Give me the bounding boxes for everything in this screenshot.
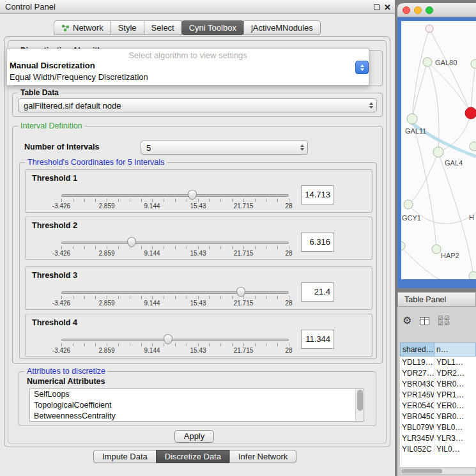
table-data-combobox[interactable]: galFiltered.sif default node (18, 98, 377, 112)
table-row[interactable]: YBR045CYBR0… (400, 411, 476, 422)
zoom-traffic-light[interactable] (426, 6, 433, 14)
network-node[interactable] (404, 200, 413, 209)
table-panel-titlebar: Table Panel (397, 292, 476, 307)
selected-red-node[interactable] (465, 107, 476, 119)
network-window-titlebar (397, 3, 476, 17)
cell[interactable]: YIL0… (434, 443, 476, 454)
network-node[interactable] (401, 242, 405, 250)
tick-label: 9.144 (144, 300, 160, 307)
threshold-4-panel: Threshold 4 -3.426 2.859 9.144 15.43 21.… (25, 314, 372, 357)
column-selector-icon[interactable] (420, 317, 429, 325)
cell[interactable]: YDR27… (400, 367, 434, 378)
algorithm-combobox-button[interactable] (355, 61, 369, 74)
cell[interactable]: YBR0… (434, 378, 476, 389)
cell[interactable]: YBL079W (400, 422, 434, 433)
network-node[interactable] (426, 25, 433, 33)
threshold-3-panel: Threshold 3 -3.426 2.859 9.144 15.43 21.… (25, 266, 372, 310)
list-item[interactable]: TopologicalCoefficient (30, 400, 364, 411)
tab-discretize-data[interactable]: Discretize Data (156, 450, 230, 463)
table-row[interactable]: YER054CYER0… (400, 400, 476, 411)
node-label: GAL11 (405, 127, 426, 135)
network-node[interactable] (469, 272, 476, 279)
attributes-group: Attributes to discretize Numerical Attri… (19, 371, 376, 426)
column-header-shared[interactable]: shared… (400, 342, 434, 357)
table-data-group: Table Data galFiltered.sif default node (12, 93, 383, 117)
threshold-1-panel: Threshold 1 -3.426 2.859 9.144 15.43 21.… (25, 169, 372, 213)
table-row[interactable]: YPR145WYPR1… (400, 389, 476, 400)
threshold-2-value-field[interactable]: 6.316 (301, 233, 334, 252)
minimize-traffic-light[interactable] (414, 6, 422, 14)
cell[interactable]: YPR1… (434, 389, 476, 400)
show-columns-icon[interactable]: ☑☑☑☑ (438, 316, 450, 326)
network-canvas[interactable]: GAL80 GAL11 GAL4 GCY1 HAP2 H (401, 21, 476, 279)
network-node[interactable] (407, 114, 417, 124)
cell[interactable]: YDL19… (400, 357, 434, 367)
list-item[interactable]: SelfLoops (30, 389, 364, 400)
cell[interactable]: YLR3… (434, 433, 476, 443)
cell[interactable]: YIL052C (400, 443, 434, 454)
slider-track[interactable] (61, 242, 289, 244)
threshold-3-value-field[interactable]: 21.4 (301, 282, 334, 302)
cell[interactable]: YLR345W (400, 433, 434, 443)
tab-style[interactable]: Style (111, 20, 144, 35)
gear-icon[interactable]: ⚙ (403, 316, 411, 326)
tab-select[interactable]: Select (144, 20, 182, 35)
tab-network[interactable]: Network (54, 20, 111, 35)
combo-arrows-icon (369, 99, 373, 112)
interval-definition-group: Interval Definition Number of Intervals … (12, 126, 383, 364)
scrollbar-thumb[interactable] (401, 469, 442, 473)
scrollbar-thumb[interactable] (357, 390, 363, 411)
tick-label: 2.859 (98, 203, 114, 210)
table-horizontal-scrollbar[interactable] (400, 468, 476, 475)
threshold-4-value-field[interactable]: 11.344 (301, 330, 334, 349)
algorithm-option-equal-width[interactable]: Equal Width/Frequency Discretization (7, 72, 369, 84)
tab-infer-network-label: Infer Network (238, 452, 288, 461)
num-intervals-value: 5 (146, 143, 151, 153)
tab-cyni-toolbox[interactable]: Cyni Toolbox (181, 20, 244, 35)
table-toolbar: ⚙ ☑☑☑☑ (403, 313, 450, 328)
tick-label: -3.426 (52, 347, 70, 354)
numerical-attributes-list[interactable]: SelfLoops TopologicalCoefficient Between… (29, 388, 364, 422)
threshold-1-value-field[interactable]: 14.713 (301, 185, 334, 204)
network-node[interactable] (432, 245, 441, 254)
table-row[interactable]: YBL079WYBL0… (400, 422, 476, 433)
combo-arrows-icon (300, 141, 304, 154)
tab-infer-network[interactable]: Infer Network (229, 450, 296, 463)
cell[interactable]: YER0… (434, 400, 476, 411)
checkbox-glyph: ☑ (438, 321, 444, 326)
slider-track[interactable] (61, 291, 289, 294)
float-panel-icon[interactable] (374, 4, 380, 10)
tick-label: 15.43 (190, 347, 206, 354)
network-node[interactable] (471, 59, 476, 68)
network-node[interactable] (423, 58, 432, 66)
slider-track[interactable] (61, 194, 289, 197)
network-node[interactable] (433, 147, 443, 157)
cell[interactable]: YBL0… (434, 422, 476, 433)
tab-jactivemnodules[interactable]: jActiveMNodules (243, 20, 321, 35)
table-row[interactable]: YIL052CYIL0… (400, 443, 476, 454)
table-row[interactable]: YDR27…YDR2… (400, 367, 476, 378)
table-row[interactable]: YDL19…YDL1… (400, 357, 476, 367)
slider-track[interactable] (61, 339, 289, 341)
node-label: GAL4 (445, 159, 463, 167)
close-traffic-light[interactable] (403, 6, 410, 14)
network-node[interactable] (470, 142, 476, 151)
cell[interactable]: YDR2… (434, 367, 476, 378)
cell[interactable]: YBR0… (434, 411, 476, 422)
apply-button[interactable]: Apply (174, 430, 214, 443)
table-row[interactable]: YLR345WYLR3… (400, 433, 476, 443)
cell[interactable]: YER054C (400, 400, 434, 411)
attributes-list-scrollbar[interactable] (355, 389, 364, 421)
cell[interactable]: YBR043C (400, 378, 434, 389)
column-header-name[interactable]: n… (434, 342, 476, 357)
algorithm-option-manual[interactable]: Manual Discretization (7, 61, 369, 72)
cell[interactable]: YDL1… (434, 357, 476, 367)
num-intervals-combobox[interactable]: 5 (141, 141, 308, 155)
tab-impute-data[interactable]: Impute Data (93, 450, 157, 463)
table-row[interactable]: YBR043CYBR0… (400, 378, 476, 389)
cell[interactable]: YPR145W (400, 389, 434, 400)
cell[interactable]: YBR045C (400, 411, 434, 422)
close-icon[interactable]: ✕ (384, 3, 391, 12)
list-item[interactable]: BetweennessCentrality (30, 411, 364, 422)
tick-label: 2.859 (98, 250, 114, 257)
